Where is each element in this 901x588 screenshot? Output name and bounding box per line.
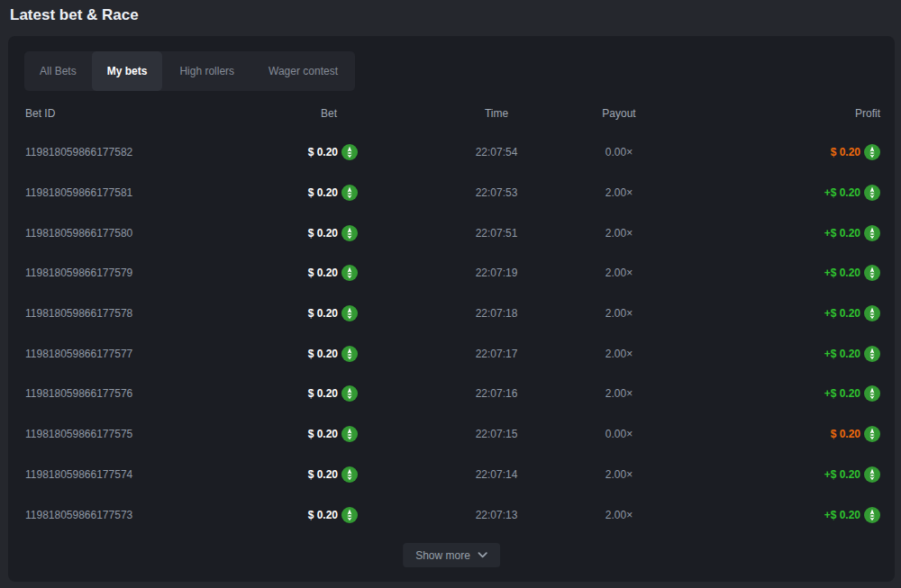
bet-id-value: 119818059866177575: [25, 428, 250, 440]
header-bet: Bet: [250, 104, 358, 120]
bet-id-value: 119818059866177578: [25, 307, 250, 320]
bets-table: Bet ID Bet Time Payout Profit 1198180598…: [8, 91, 895, 535]
bet-amount-value: $ 0.20: [308, 348, 338, 360]
coin-icon: [864, 185, 880, 201]
table-row: 119818059866177578$ 0.20 22:07:182.00×+$…: [8, 294, 895, 334]
bet-profit: $ 0.20: [669, 426, 880, 442]
tab-high-rollers[interactable]: High rollers: [162, 51, 251, 91]
latest-bets-card: All BetsMy betsHigh rollersWager contest…: [8, 36, 895, 582]
bet-amount: $ 0.20: [250, 507, 358, 523]
bet-time: 22:07:17: [424, 348, 569, 360]
bet-amount-value: $ 0.20: [308, 186, 338, 199]
table-header-row: Bet ID Bet Time Payout Profit: [8, 91, 895, 132]
bet-amount: $ 0.20: [250, 346, 358, 362]
bet-amount: $ 0.20: [250, 225, 358, 241]
bet-amount-value: $ 0.20: [308, 387, 338, 400]
table-row: 119818059866177573$ 0.20 22:07:132.00×+$…: [8, 494, 895, 535]
bet-time: 22:07:15: [424, 428, 569, 440]
coin-icon: [864, 225, 880, 241]
coin-icon: [864, 305, 880, 321]
bet-amount-value: $ 0.20: [308, 428, 338, 440]
bet-profit: +$ 0.20: [669, 265, 880, 281]
bet-profit-value: +$ 0.20: [824, 509, 860, 521]
coin-icon: [864, 346, 880, 362]
bet-id-value: 119818059866177577: [25, 348, 250, 360]
coin-icon: [864, 144, 880, 160]
bet-profit-value: $ 0.20: [831, 428, 860, 440]
bet-payout: 2.00×: [569, 468, 669, 481]
show-more-button[interactable]: Show more: [403, 543, 500, 567]
coin-icon: [864, 466, 880, 483]
bet-time: 22:07:54: [424, 146, 569, 158]
bet-profit-value: +$ 0.20: [824, 348, 860, 360]
bet-payout: 2.00×: [569, 227, 669, 240]
coin-icon: [864, 385, 880, 402]
bet-payout: 2.00×: [569, 307, 669, 320]
tab-wager-contest[interactable]: Wager contest: [251, 51, 355, 91]
bet-id-value: 119818059866177579: [25, 267, 250, 279]
table-row: 119818059866177574$ 0.20 22:07:142.00×+$…: [8, 455, 895, 495]
table-row: 119818059866177582$ 0.20 22:07:540.00×$ …: [8, 132, 895, 173]
bet-profit-value: +$ 0.20: [824, 387, 860, 400]
bet-profit: +$ 0.20: [669, 346, 880, 362]
bet-time: 22:07:13: [424, 509, 569, 521]
bets-tab-bar: All BetsMy betsHigh rollersWager contest: [24, 51, 355, 91]
coin-icon: [864, 426, 880, 442]
bet-amount-value: $ 0.20: [308, 227, 338, 240]
header-time: Time: [424, 104, 569, 120]
tab-my-bets[interactable]: My bets: [92, 51, 163, 91]
bet-id-value: 119818059866177576: [25, 387, 250, 400]
coin-icon: [341, 507, 358, 523]
bet-profit: +$ 0.20: [669, 305, 880, 321]
bet-payout: 2.00×: [569, 509, 669, 521]
table-row: 119818059866177575$ 0.20 22:07:150.00×$ …: [8, 414, 895, 455]
page-title: Latest bet & Race: [10, 6, 139, 24]
bet-profit-value: $ 0.20: [831, 146, 860, 158]
table-row: 119818059866177581$ 0.20 22:07:532.00×+$…: [8, 173, 895, 213]
table-body: 119818059866177582$ 0.20 22:07:540.00×$ …: [8, 132, 895, 535]
bet-profit-value: +$ 0.20: [824, 186, 860, 199]
show-more-label: Show more: [415, 549, 470, 562]
coin-icon: [341, 265, 358, 281]
bet-payout: 2.00×: [569, 267, 669, 279]
header-payout: Payout: [569, 104, 669, 120]
bet-payout: 0.00×: [569, 146, 669, 158]
bet-amount: $ 0.20: [250, 305, 358, 321]
bet-profit: +$ 0.20: [669, 385, 880, 402]
bet-amount: $ 0.20: [250, 185, 358, 201]
table-row: 119818059866177579$ 0.20 22:07:192.00×+$…: [8, 253, 895, 294]
bet-time: 22:07:53: [424, 186, 569, 199]
coin-icon: [341, 426, 358, 442]
bet-amount-value: $ 0.20: [308, 267, 338, 279]
bet-time: 22:07:19: [424, 267, 569, 279]
bet-profit-value: +$ 0.20: [824, 307, 860, 320]
bet-amount-value: $ 0.20: [308, 509, 338, 521]
bet-profit-value: +$ 0.20: [824, 267, 860, 279]
bet-payout: 2.00×: [569, 348, 669, 360]
tab-all-bets[interactable]: All Bets: [24, 51, 92, 91]
bet-time: 22:07:14: [424, 468, 569, 481]
bet-payout: 0.00×: [569, 428, 669, 440]
bet-amount: $ 0.20: [250, 385, 358, 402]
bet-id-value: 119818059866177574: [25, 468, 250, 481]
bet-time: 22:07:51: [424, 227, 569, 240]
header-profit: Profit: [669, 104, 880, 120]
bet-amount: $ 0.20: [250, 466, 358, 483]
bet-profit: +$ 0.20: [669, 466, 880, 483]
table-row: 119818059866177577$ 0.20 22:07:172.00×+$…: [8, 333, 895, 374]
bet-id-value: 119818059866177582: [25, 146, 250, 158]
header-bet-id: Bet ID: [25, 104, 250, 120]
chevron-down-icon: [478, 552, 487, 558]
coin-icon: [864, 507, 880, 523]
bet-amount-value: $ 0.20: [308, 468, 338, 481]
bet-time: 22:07:18: [424, 307, 569, 320]
bet-amount: $ 0.20: [250, 265, 358, 281]
bet-payout: 2.00×: [569, 387, 669, 400]
bet-id-value: 119818059866177580: [25, 227, 250, 240]
bet-time: 22:07:16: [424, 387, 569, 400]
bet-id-value: 119818059866177573: [25, 509, 250, 521]
bet-id-value: 119818059866177581: [25, 186, 250, 199]
bet-profit-value: +$ 0.20: [824, 468, 860, 481]
bet-profit: +$ 0.20: [669, 507, 880, 523]
bet-amount: $ 0.20: [250, 144, 358, 160]
